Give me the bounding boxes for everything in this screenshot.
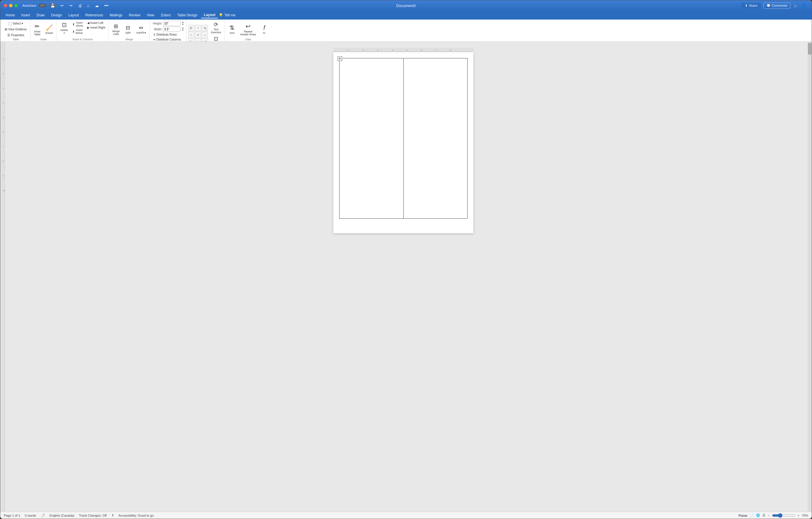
word-count: 0 words: [25, 514, 36, 517]
view-web-icon[interactable]: 🌐: [756, 514, 760, 517]
share-icon: ⬆: [745, 4, 748, 7]
scrollbar-vertical[interactable]: [808, 42, 812, 512]
account-button[interactable]: 👤: [800, 2, 808, 9]
insert-right-button[interactable]: ▶ Insert Right: [86, 25, 107, 30]
menu-home[interactable]: Home: [3, 12, 18, 18]
autofit-button[interactable]: ⇔ AutoFit ▾: [134, 24, 148, 35]
home-nav-button[interactable]: ⌂: [86, 2, 91, 9]
window-title: Document3: [396, 3, 416, 8]
align-middle-left[interactable]: ←: [188, 31, 195, 38]
eraser-button[interactable]: 🧹 Eraser: [44, 24, 55, 35]
zoom-level[interactable]: 70%: [802, 514, 808, 517]
align-middle-right[interactable]: →: [202, 31, 208, 38]
tell-me-button[interactable]: 💡 Tell me: [219, 13, 235, 17]
formula-icon: f: [263, 25, 265, 31]
properties-button[interactable]: ☰ Properties: [6, 33, 26, 38]
eraser-icon: 🧹: [46, 24, 53, 31]
undo-button[interactable]: ↩: [59, 2, 65, 9]
insert-left-button[interactable]: ◀ Insert Left: [86, 21, 107, 25]
distribute-cols-button[interactable]: ⇔ Distribute Columns: [152, 37, 184, 42]
view-outline-icon[interactable]: ☰: [762, 514, 765, 517]
redo-button[interactable]: ↪: [68, 2, 74, 9]
split-cells-button[interactable]: ⊟ Split: [122, 24, 133, 35]
formula-button[interactable]: f fx: [259, 24, 269, 35]
table-cell-1-1[interactable]: [340, 58, 404, 219]
scroll-thumb[interactable]: [808, 43, 811, 55]
view-print-icon[interactable]: 📄: [750, 514, 754, 517]
repeat-header-button[interactable]: ↩ Repeat Header Rows: [238, 22, 258, 36]
align-bottom-right[interactable]: ◿: [202, 38, 208, 42]
cloud-button[interactable]: ☁: [93, 2, 100, 9]
menu-layout-tab[interactable]: Layout: [65, 12, 82, 18]
align-bottom-center[interactable]: ↓: [195, 38, 201, 42]
menu-mailings[interactable]: Mailings: [107, 12, 125, 18]
autosave-label: AutoSave: [23, 4, 36, 7]
insert-below-button[interactable]: ⬇ Insert Below: [71, 28, 85, 35]
track-changes[interactable]: Track Changes: Off: [79, 514, 107, 517]
distribute-rows-button[interactable]: ⇕ Distribute Rows: [152, 32, 184, 37]
width-spinner[interactable]: ▲ ▼: [181, 27, 184, 31]
ribbon-group-draw: ✏ Draw Table 🧹 Eraser Draw: [30, 20, 57, 42]
menu-draw[interactable]: Draw: [33, 12, 48, 18]
document-scroll[interactable]: 1 2 3 4 5 6 7 8 ✛: [5, 42, 808, 512]
menu-references[interactable]: References: [82, 12, 106, 18]
minimize-button[interactable]: [9, 4, 12, 7]
height-label: Height:: [152, 22, 162, 25]
print-button[interactable]: 🖨: [77, 2, 83, 9]
menu-layout[interactable]: Layout: [201, 12, 218, 18]
delete-button[interactable]: ⊡ Delete ▾: [59, 21, 70, 35]
more-button[interactable]: •••: [103, 2, 110, 9]
search-button[interactable]: ⌕: [793, 2, 798, 9]
document-table[interactable]: [339, 58, 468, 219]
draw-group-label: Draw: [40, 38, 47, 42]
dist-cols-icon: ⇔: [153, 38, 155, 41]
merge-cells-button[interactable]: ⊞ Merge Cells: [111, 23, 122, 36]
focus-button[interactable]: Focus: [738, 514, 747, 517]
text-direction-button[interactable]: ⟳ Text Direction: [209, 21, 223, 34]
align-middle-center[interactable]: +: [195, 31, 201, 38]
save-button[interactable]: 💾: [49, 2, 57, 9]
select-button[interactable]: ⬚ Select ▾: [7, 21, 25, 26]
width-input[interactable]: [163, 27, 180, 32]
align-top-left[interactable]: ◸: [188, 25, 195, 31]
zoom-slider[interactable]: [772, 513, 795, 518]
menu-design[interactable]: Design: [48, 12, 65, 18]
menu-review[interactable]: Review: [126, 12, 143, 18]
height-spinner[interactable]: ▲ ▼: [181, 21, 184, 26]
align-top-right[interactable]: ◹: [202, 25, 208, 31]
close-button[interactable]: [4, 4, 7, 7]
align-top-center[interactable]: ↑: [195, 25, 201, 31]
insert-above-button[interactable]: ⬆ Insert Above: [71, 21, 85, 28]
menu-insert[interactable]: Insert: [18, 12, 33, 18]
ribbon-group-alignment: ◸ ↑ ◹ ← + → ◺ ↓ ◿ ⟳ Text Direction: [186, 20, 225, 42]
lightbulb-icon: 💡: [219, 13, 223, 17]
view-gridlines-button[interactable]: ⊞ View Gridlines: [3, 27, 28, 32]
table-move-handle[interactable]: ✛: [338, 56, 342, 61]
cell-margins-button[interactable]: ⊡ Cell Margins: [210, 35, 223, 42]
autosave-toggle[interactable]: OFF: [39, 4, 47, 7]
page-info: Page 1 of 1: [4, 514, 20, 517]
height-input[interactable]: [163, 21, 180, 26]
menu-zotero[interactable]: Zotero: [158, 12, 174, 18]
accessibility[interactable]: Accessibility: Good to go: [119, 514, 154, 517]
menu-view[interactable]: View: [144, 12, 157, 18]
table-cell-1-2[interactable]: [403, 58, 468, 219]
app-window: AutoSave OFF 💾 ↩ ↪ 🖨 ⌂ ☁ ••• Document3 ⬆…: [0, 0, 812, 519]
align-bottom-left[interactable]: ◺: [188, 38, 195, 42]
comments-button[interactable]: 💬 Comments: [763, 3, 790, 9]
zoom-in-icon[interactable]: +: [798, 514, 800, 517]
language[interactable]: English (Canada): [50, 514, 75, 517]
zoom-out-icon[interactable]: −: [768, 514, 770, 517]
share-button[interactable]: ⬆ Share: [742, 3, 761, 8]
sort-button[interactable]: ⇅ Sort: [227, 24, 237, 35]
menu-table-design[interactable]: Table Design: [174, 12, 200, 18]
traffic-lights: [4, 4, 18, 7]
table-group-label: Table: [12, 38, 19, 42]
draw-table-button[interactable]: ✏ Draw Table: [32, 22, 42, 36]
ribbon-group-merge: ⊞ Merge Cells ⊟ Split ⇔ AutoFit ▾ Merge: [109, 20, 150, 42]
height-down-arrow[interactable]: ▼: [181, 23, 184, 26]
maximize-button[interactable]: [14, 4, 18, 7]
autofit-arrow: ▾: [145, 31, 146, 34]
width-down-arrow[interactable]: ▼: [181, 29, 184, 31]
document-area: 1 2 3 4 5 6 7 8 9 10 1 2 3 4 5 6 7: [0, 42, 812, 512]
